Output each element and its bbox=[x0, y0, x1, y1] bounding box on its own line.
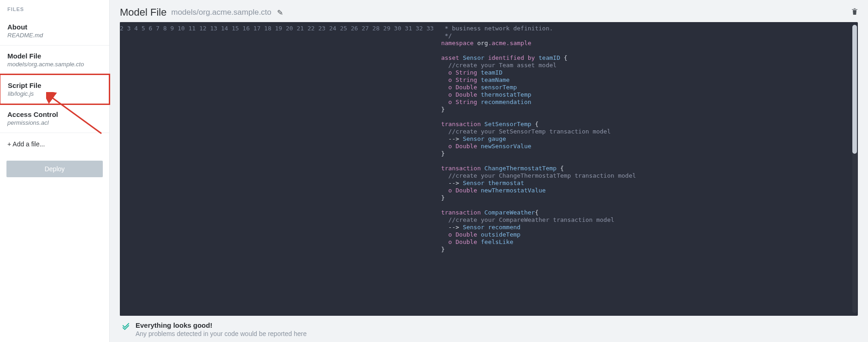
file-path: models/org.acme.sample.cto bbox=[7, 61, 102, 68]
file-item-model[interactable]: Model File models/org.acme.sample.cto bbox=[0, 46, 109, 75]
delete-icon[interactable] bbox=[851, 8, 858, 17]
file-title: About bbox=[7, 23, 102, 31]
file-title: Access Control bbox=[7, 110, 102, 118]
page-path: models/org.acme.sample.cto bbox=[171, 8, 271, 17]
edit-icon[interactable]: ✎ bbox=[277, 8, 283, 17]
line-gutter: 2 3 4 5 6 7 8 9 10 11 12 13 14 15 16 17 … bbox=[120, 22, 438, 316]
main: Model File models/org.acme.sample.cto ✎ … bbox=[110, 0, 868, 342]
status-row: Everything looks good! Any problems dete… bbox=[120, 316, 858, 337]
scrollbar-thumb[interactable] bbox=[852, 25, 857, 154]
page-title: Model File bbox=[120, 6, 166, 18]
sidebar: FILES About README.md Model File models/… bbox=[0, 0, 110, 342]
editor-header: Model File models/org.acme.sample.cto ✎ bbox=[120, 6, 858, 18]
code-area[interactable]: * business network definition. */ namesp… bbox=[438, 22, 858, 316]
file-path: lib/logic.js bbox=[8, 90, 101, 97]
file-item-script[interactable]: Script File lib/logic.js bbox=[0, 74, 110, 105]
file-path: permissions.acl bbox=[7, 119, 102, 126]
file-title: Model File bbox=[7, 52, 102, 60]
add-file-button[interactable]: + Add a file... bbox=[0, 133, 109, 155]
file-path: README.md bbox=[7, 32, 102, 39]
code-editor[interactable]: 2 3 4 5 6 7 8 9 10 11 12 13 14 15 16 17 … bbox=[120, 22, 858, 316]
file-item-about[interactable]: About README.md bbox=[0, 17, 109, 46]
file-title: Script File bbox=[8, 81, 101, 89]
file-item-acl[interactable]: Access Control permissions.acl bbox=[0, 104, 109, 133]
deploy-button[interactable]: Deploy bbox=[6, 161, 103, 177]
check-icon bbox=[122, 322, 130, 333]
status-sub: Any problems detected in your code would… bbox=[136, 330, 307, 337]
sidebar-header: FILES bbox=[0, 0, 109, 17]
status-title: Everything looks good! bbox=[136, 321, 307, 329]
